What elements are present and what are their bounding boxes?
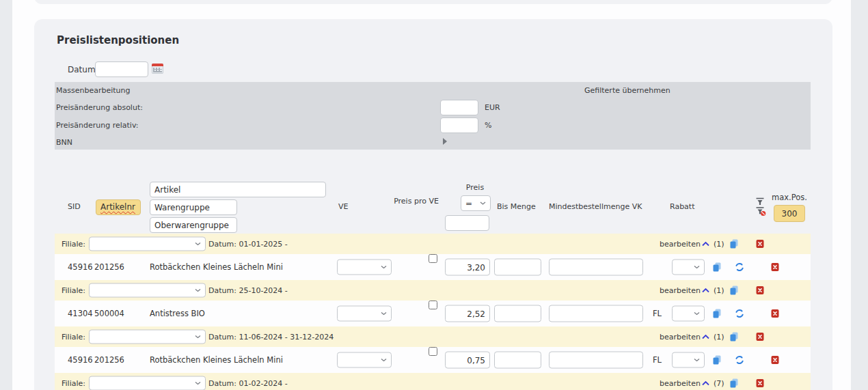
bearbeiten-link[interactable]: bearbeiten bbox=[660, 333, 701, 342]
mindestbestellmenge-input[interactable] bbox=[549, 305, 643, 322]
previous-card-edge bbox=[34, 0, 832, 4]
artikel-filter-input[interactable] bbox=[150, 182, 326, 197]
group-count: (7) bbox=[714, 379, 724, 388]
mass-edit-title: Massenbearbeitung bbox=[56, 86, 131, 95]
bearbeiten-link[interactable]: bearbeiten bbox=[660, 240, 701, 249]
warengruppe-filter-input[interactable] bbox=[150, 199, 237, 215]
filiale-label: Filiale: bbox=[62, 379, 85, 388]
oberwarengruppe-filter-input[interactable] bbox=[150, 217, 237, 233]
price-change-relative-input[interactable] bbox=[440, 117, 478, 133]
filiale-select[interactable] bbox=[89, 330, 206, 344]
chevron-down-icon bbox=[694, 359, 700, 362]
preis-pro-ve-checkbox[interactable] bbox=[429, 347, 437, 356]
chevron-down-icon bbox=[381, 266, 387, 269]
chevron-down-icon bbox=[381, 312, 387, 316]
chevron-down-icon bbox=[195, 335, 201, 339]
filiale-label: Filiale: bbox=[62, 333, 85, 342]
ve-select[interactable] bbox=[337, 352, 392, 368]
preis-input[interactable] bbox=[445, 352, 490, 369]
cell-artikelnr: 201256 bbox=[94, 355, 124, 365]
rabatt-select[interactable] bbox=[672, 260, 705, 275]
filiale-label: Filiale: bbox=[62, 286, 85, 295]
datum-input[interactable] bbox=[95, 61, 148, 77]
refresh-row-icon[interactable] bbox=[735, 309, 744, 318]
mindestbestellmenge-input[interactable] bbox=[549, 259, 643, 276]
cell-artikel: Antistress BIO bbox=[150, 309, 205, 318]
bearbeiten-link[interactable]: bearbeiten bbox=[660, 286, 701, 295]
preis-input[interactable] bbox=[445, 305, 490, 322]
preis-pro-ve-checkbox[interactable] bbox=[429, 301, 437, 309]
delete-group-icon[interactable] bbox=[756, 239, 764, 249]
collapse-group-icon[interactable] bbox=[702, 242, 709, 247]
copy-group-icon[interactable] bbox=[729, 239, 739, 249]
chevron-down-icon bbox=[694, 266, 700, 269]
max-pos-label: max.Pos. bbox=[772, 193, 807, 202]
preis-pro-ve-checkbox[interactable] bbox=[429, 254, 437, 263]
delete-group-icon[interactable] bbox=[756, 378, 764, 388]
group-row: Filiale: Datum: 01-01-2025 - bearbeiten … bbox=[55, 234, 811, 254]
column-preis-pro-ve: Preis pro VE bbox=[392, 197, 441, 206]
price-change-relative-label: Preisänderung relativ: bbox=[56, 121, 139, 130]
refresh-row-icon[interactable] bbox=[735, 262, 744, 272]
cell-artikelnr: 500004 bbox=[94, 309, 124, 318]
bis-menge-input[interactable] bbox=[494, 352, 541, 369]
collapse-group-icon[interactable] bbox=[702, 288, 709, 293]
delete-row-icon[interactable] bbox=[771, 309, 779, 318]
copy-row-icon[interactable] bbox=[712, 262, 722, 273]
copy-group-icon[interactable] bbox=[729, 285, 739, 296]
ve-select[interactable] bbox=[337, 306, 392, 322]
delete-group-icon[interactable] bbox=[756, 332, 764, 342]
eur-unit-label: EUR bbox=[485, 103, 500, 112]
collapse-group-icon[interactable] bbox=[702, 335, 709, 339]
column-rabatt: Rabatt bbox=[670, 202, 695, 211]
chevron-down-icon bbox=[195, 289, 201, 292]
copy-group-icon[interactable] bbox=[729, 332, 739, 342]
cell-artikelnr: 201256 bbox=[94, 262, 124, 272]
chevron-down-icon bbox=[480, 201, 486, 205]
ve-select[interactable] bbox=[337, 260, 392, 275]
chevron-down-icon bbox=[195, 382, 201, 385]
datum-label: Datum: bbox=[68, 65, 98, 74]
artikelnr-filter-input[interactable]: Artikelnr bbox=[96, 199, 141, 215]
delete-group-icon[interactable] bbox=[756, 285, 764, 295]
copy-row-icon[interactable] bbox=[712, 309, 722, 319]
column-mindestbestellmenge-vk: Mindestbestellmenge VK bbox=[549, 202, 642, 211]
apply-filtered-button[interactable]: Gefilterte übernehmen bbox=[584, 86, 670, 95]
max-pos-input[interactable] bbox=[774, 205, 805, 222]
column-ve: VE bbox=[338, 202, 348, 211]
bearbeiten-link[interactable]: bearbeiten bbox=[660, 379, 701, 388]
chevron-down-icon bbox=[381, 359, 387, 362]
preis-operator-select[interactable]: = bbox=[461, 195, 491, 211]
table-row: 41304 500004 Antistress BIO FL bbox=[55, 301, 811, 326]
mindestbestellmenge-input[interactable] bbox=[549, 352, 643, 369]
cell-sid: 41304 bbox=[68, 309, 93, 318]
rabatt-select[interactable] bbox=[672, 352, 705, 368]
preis-input[interactable] bbox=[445, 259, 490, 276]
page-title: Preislistenpositionen bbox=[57, 34, 179, 46]
price-change-absolute-input[interactable] bbox=[440, 100, 478, 115]
percent-unit-label: % bbox=[485, 121, 491, 130]
chevron-down-icon bbox=[195, 242, 201, 246]
bis-menge-input[interactable] bbox=[494, 259, 541, 276]
copy-group-icon[interactable] bbox=[729, 378, 739, 389]
collapse-group-icon[interactable] bbox=[702, 381, 709, 386]
calendar-icon[interactable] bbox=[152, 64, 163, 74]
filiale-select[interactable] bbox=[89, 283, 206, 298]
clear-filter-icon[interactable] bbox=[755, 197, 766, 217]
bis-menge-input[interactable] bbox=[494, 305, 541, 322]
copy-row-icon[interactable] bbox=[712, 355, 722, 365]
refresh-row-icon[interactable] bbox=[735, 355, 744, 365]
group-count: (1) bbox=[714, 286, 724, 295]
cell-sid: 45916 bbox=[68, 355, 93, 365]
column-preis: Preis bbox=[458, 183, 492, 192]
preis-filter-input[interactable] bbox=[445, 215, 489, 231]
rabatt-select[interactable] bbox=[672, 306, 705, 322]
delete-row-icon[interactable] bbox=[771, 355, 779, 365]
filiale-select[interactable] bbox=[89, 237, 206, 251]
table-row: 45916 201256 Rotbäckchen Kleines Lächeln… bbox=[55, 254, 811, 280]
bnn-expand-icon[interactable] bbox=[443, 138, 447, 145]
calendar-icon-grid bbox=[153, 68, 162, 72]
preis-operator-value: = bbox=[465, 199, 472, 208]
filiale-select[interactable] bbox=[89, 376, 206, 390]
delete-row-icon[interactable] bbox=[771, 262, 779, 272]
